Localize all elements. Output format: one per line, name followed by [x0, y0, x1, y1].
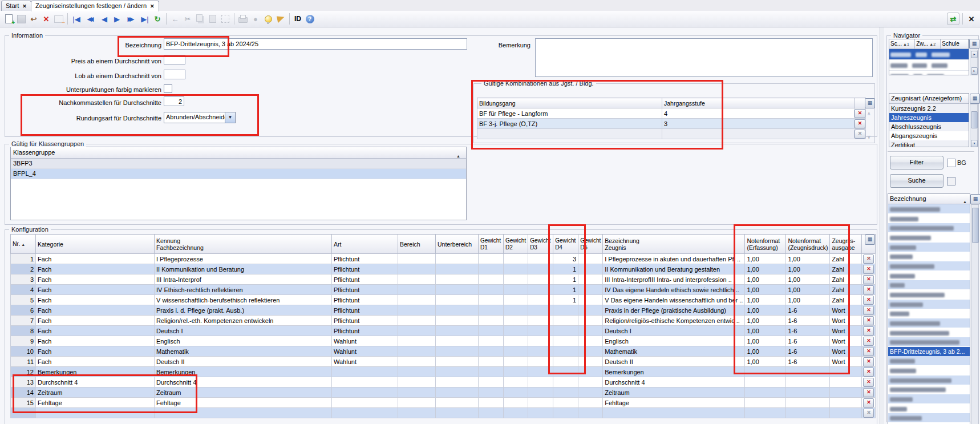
column-header[interactable]: Unterbereich — [436, 235, 479, 254]
column-header[interactable]: Bezeichnung Zeugnis — [603, 235, 745, 254]
list-item[interactable] — [888, 204, 970, 213]
last-record-icon[interactable]: ▶| — [139, 13, 151, 25]
column-header[interactable]: Zeugnis- ausgabe — [830, 235, 862, 254]
list-item[interactable] — [888, 366, 970, 375]
cut-icon[interactable]: ✂ — [182, 13, 193, 25]
list-item-selected[interactable]: BFP-Drittelzeugnis, 3 ab 2... — [888, 347, 970, 356]
list-item[interactable] — [888, 375, 970, 385]
column-header[interactable]: Notenformat (Erfassung) — [745, 235, 786, 254]
table-row[interactable]: 8FachDeutsch IPflichtuntDeutsch I1,001-6… — [11, 326, 876, 336]
scroll-down-icon[interactable]: ∨ — [867, 410, 871, 415]
table-row[interactable]: 13Durchschnitt 4Durchschnitt 4Durchschni… — [11, 377, 876, 387]
column-header[interactable]: Gewicht D5 — [578, 235, 603, 254]
delete-row-button[interactable]: ✕ — [863, 285, 874, 294]
list-item[interactable] — [888, 328, 970, 337]
column-header[interactable]: Art — [332, 235, 398, 254]
column-header[interactable]: Nr. ▲ — [11, 235, 36, 254]
column-header[interactable]: Zw... ▲2 — [915, 39, 941, 49]
zeugnisart-header[interactable]: Zeugnisart (Anzeigeform) — [889, 94, 969, 104]
delete-row-button[interactable]: ✕ — [863, 347, 874, 356]
suche-checkbox[interactable] — [947, 177, 955, 185]
list-item[interactable] — [888, 309, 970, 318]
list-item[interactable]: Jahreszeugnis — [889, 113, 969, 122]
column-header[interactable]: Kennung Fachbezeichnung — [155, 235, 332, 254]
table-row[interactable]: 4FachIV Ethisch-rechtlich reflektierenPf… — [11, 285, 876, 295]
list-item[interactable]: BFPL_4 — [11, 169, 466, 179]
list-item[interactable]: 3BFP3 — [11, 159, 466, 169]
column-header[interactable]: Bereich — [398, 235, 436, 254]
column-header[interactable]: Gewicht D4 — [553, 235, 578, 254]
switch-window-icon[interactable]: ⇄ — [947, 13, 959, 25]
refresh-icon[interactable]: ↻ — [152, 13, 163, 25]
list-item[interactable] — [888, 243, 970, 252]
field-chooser-icon[interactable]: ▦ — [970, 94, 980, 104]
list-item[interactable]: Kurszeugnis 2.2 — [889, 104, 969, 113]
record-disc-icon[interactable]: ● — [250, 13, 261, 25]
bezeichnung-scrollbar[interactable] — [971, 204, 979, 424]
list-item[interactable] — [888, 214, 970, 223]
table-row[interactable]: 10FachMathematikWahluntMathematik1,001-6… — [11, 346, 876, 357]
field-chooser-icon[interactable]: ▦ — [865, 98, 875, 108]
delete-row-button[interactable]: ✕ — [863, 357, 874, 366]
table-row[interactable]: 3FachIII Intra-InterprofPflichtunt1III I… — [11, 274, 876, 285]
announce-horn-icon[interactable] — [275, 13, 286, 25]
tab-zeugniseinstellungen[interactable]: Zeugniseinstellungen festlegen / ändern✕ — [31, 1, 159, 11]
delete-record-icon[interactable]: ✕ — [41, 13, 52, 25]
list-item[interactable] — [888, 356, 970, 365]
column-header[interactable]: Schule — [941, 39, 969, 49]
navigator-scrollbar[interactable]: ▸ ▸ — [970, 50, 978, 75]
delete-row-button[interactable]: ✕ — [863, 378, 874, 387]
column-header[interactable]: Bildungsgang — [477, 98, 662, 108]
filter-button[interactable]: Filter — [890, 156, 943, 169]
list-item[interactable] — [888, 404, 970, 413]
close-tab-icon[interactable]: ✕ — [22, 3, 27, 9]
bezeichnung-list-header[interactable]: Bezeichnung ▲ — [888, 194, 970, 204]
field-chooser-icon[interactable]: ▦ — [969, 39, 979, 49]
undo-icon[interactable]: ↩ — [28, 13, 39, 25]
delete-row-button[interactable]: ✕ — [863, 368, 874, 377]
list-item[interactable] — [888, 252, 970, 261]
list-item[interactable] — [888, 413, 970, 422]
hint-bulb-icon[interactable] — [262, 13, 274, 25]
column-header[interactable]: Kategorie — [36, 235, 155, 254]
list-item[interactable] — [888, 233, 970, 242]
scroll-button-icon[interactable]: ▸ — [971, 67, 978, 75]
delete-row-button[interactable]: ✕ — [863, 306, 874, 315]
column-header[interactable]: Gewicht D2 — [504, 235, 528, 254]
close-tab-icon[interactable]: ✕ — [150, 3, 155, 9]
list-item[interactable] — [888, 337, 970, 346]
table-row[interactable]: 1FachI PflegeprozessePflichtunt3I Pflege… — [11, 254, 876, 264]
delete-row-button[interactable]: ✕ — [863, 326, 874, 336]
unterpunktungen-checkbox[interactable] — [164, 84, 172, 93]
field-chooser-icon[interactable]: ▦ — [865, 235, 875, 245]
table-row[interactable] — [889, 49, 969, 60]
help-icon[interactable] — [304, 13, 315, 25]
preis-input[interactable] — [164, 55, 185, 64]
delete-row-button[interactable]: ✕ — [863, 316, 874, 325]
list-item[interactable] — [888, 290, 970, 299]
list-item[interactable] — [888, 385, 970, 394]
table-row[interactable]: ✕ — [477, 129, 866, 139]
column-header[interactable]: Gewicht D3 — [528, 235, 553, 254]
delete-row-button[interactable]: ✕ — [855, 130, 865, 139]
table-row[interactable]: 9FachEnglischWahluntEnglisch1,001-6Wort✕ — [11, 336, 876, 346]
list-item[interactable] — [888, 271, 970, 280]
next-record-icon[interactable]: ▶ — [111, 13, 123, 25]
delete-row-button[interactable]: ✕ — [863, 275, 874, 284]
table-row[interactable]: 2FachII Kommunikation und BeratungPflich… — [11, 264, 876, 274]
table-row[interactable]: BF 3-j. Pflege (Ö,TZ)3✕ — [477, 119, 866, 129]
list-item[interactable] — [888, 318, 970, 328]
lob-input[interactable] — [164, 70, 185, 79]
list-item[interactable] — [888, 394, 970, 403]
delete-row-button[interactable]: ✕ — [863, 296, 874, 305]
id-button[interactable]: ID — [294, 15, 301, 23]
table-row[interactable]: 6FachPraxis i. d. Pflege (prakt. Ausb.)P… — [11, 305, 876, 316]
scrollbar-thumb[interactable] — [971, 111, 978, 128]
scroll-down-icon[interactable]: ∨ — [867, 135, 871, 140]
fast-forward-icon[interactable]: ▶▶ — [124, 13, 138, 25]
table-row[interactable]: 14ZeitraumZeitraumZeitraum✕ — [11, 387, 876, 398]
delete-row-button[interactable]: ✕ — [863, 398, 874, 407]
table-row[interactable]: 11FachDeutsch IIWahluntDeutsch II1,001-6… — [11, 357, 876, 367]
nachkommastellen-input[interactable] — [164, 96, 184, 106]
klassengruppen-header[interactable]: Klassengruppe ▲ — [11, 147, 466, 159]
